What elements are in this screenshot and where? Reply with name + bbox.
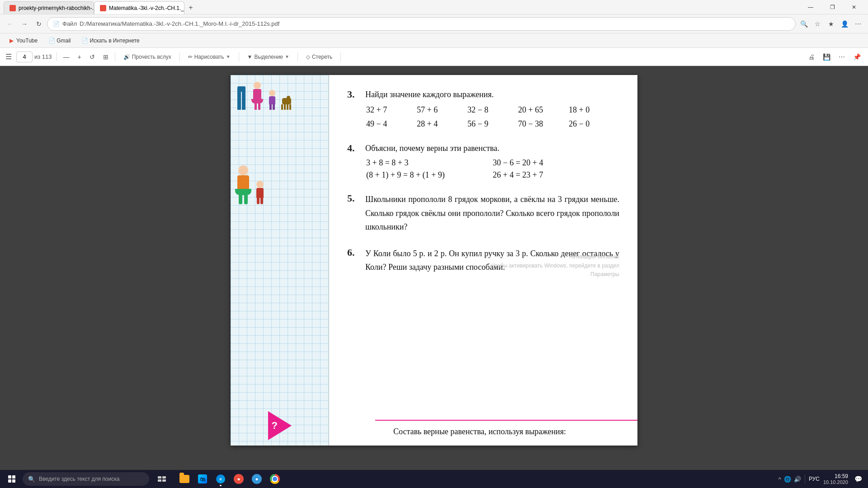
- top-illustration: [237, 82, 291, 110]
- tab-1-favicon: [9, 5, 16, 11]
- separator-3: [179, 52, 180, 61]
- forward-button[interactable]: →: [18, 18, 31, 30]
- math-r1c4: 20 + 65: [518, 104, 569, 116]
- windows-icon: [8, 475, 15, 483]
- highlight-button[interactable]: ▼ Выделение ▼: [244, 51, 293, 63]
- draw-label: Нарисовать: [194, 54, 224, 60]
- gmail-icon: 📄: [48, 38, 55, 44]
- close-button[interactable]: ✕: [844, 0, 864, 14]
- tab-1[interactable]: proekty-primernykh-rabochikh-... ✕: [4, 1, 94, 14]
- maximize-button[interactable]: ❐: [822, 0, 843, 14]
- exercise-4-equations: 3 + 8 = 8 + 3 30 − 6 = 20 + 4 (8 + 1) + …: [366, 158, 619, 180]
- start-button[interactable]: [4, 472, 20, 486]
- draw-button[interactable]: ✏ Нарисовать ▼: [184, 51, 234, 63]
- pdf-text-content: 3. Найди значение каждого выражения. 32 …: [329, 75, 637, 446]
- language-indicator[interactable]: РУС: [809, 476, 820, 482]
- math-r2c4: 70 − 38: [518, 118, 569, 130]
- settings-button[interactable]: ⋯: [852, 18, 864, 30]
- bottom-illustration: [235, 165, 264, 204]
- favorite-star-button[interactable]: ☆: [811, 18, 824, 30]
- tab-2-favicon: [100, 5, 106, 11]
- more-button[interactable]: ⋯: [837, 51, 847, 63]
- circle-app2[interactable]: ●: [249, 471, 265, 487]
- reload-button[interactable]: ↻: [33, 18, 45, 30]
- zoom-search-button[interactable]: 🔍: [797, 18, 810, 30]
- read-aloud-label: Прочесть вслух: [132, 54, 171, 60]
- print-button[interactable]: 🖨: [807, 51, 816, 63]
- clock[interactable]: 16:59 10.10.2020: [823, 473, 848, 485]
- math-r1c5: 18 + 0: [569, 104, 619, 116]
- taskbar: 🔍 Введите здесь текст для поиска 🛍 e ●: [0, 470, 868, 488]
- new-tab-button[interactable]: +: [184, 1, 197, 14]
- separator-5: [297, 52, 298, 61]
- equation-row-1: 3 + 8 = 8 + 3 30 − 6 = 20 + 4: [366, 158, 619, 168]
- taskbar-search[interactable]: 🔍 Введите здесь текст для поиска: [23, 472, 149, 486]
- task-view-icon: [158, 476, 166, 482]
- dog-figure: [281, 98, 291, 110]
- exercise-5-header: 5. Школьники пропололи 8 грядок моркови,…: [347, 192, 619, 234]
- bookmark-youtube-label: YouTube: [16, 38, 38, 44]
- edge-icon: e: [216, 474, 225, 483]
- math-r2c1: 49 − 4: [366, 118, 417, 130]
- bookmark-search[interactable]: 📄 Искать в Интернете: [79, 36, 142, 45]
- content-area: ? 3. Найди значение каждого выражения. 3…: [0, 66, 868, 470]
- bookmark-youtube[interactable]: ▶ YouTube: [5, 36, 40, 45]
- search-web-icon: 📄: [82, 38, 88, 44]
- file-explorer-app[interactable]: [176, 471, 193, 487]
- erase-icon: ◇: [306, 54, 310, 60]
- system-tray: ^ 🌐 🔊 РУС 16:59 10.10.2020 💬: [778, 473, 864, 485]
- page-input[interactable]: [16, 52, 33, 62]
- profile-button[interactable]: 👤: [838, 18, 851, 30]
- chrome-app[interactable]: [267, 471, 283, 487]
- task-view-button[interactable]: [154, 471, 170, 487]
- math-r1c3: 32 − 8: [467, 104, 518, 116]
- exercise-6-number: 6.: [347, 247, 360, 258]
- navigation-bar: ← → ↻ 📄 Файл D:/Математика/Matematika.-3…: [0, 14, 868, 33]
- tab-2[interactable]: Matematika.-3kl.-v-2ch.-CH.1._M... ✕: [94, 1, 184, 14]
- bookmark-gmail-label: Gmail: [57, 38, 71, 44]
- pdf-page: ? 3. Найди значение каждого выражения. 3…: [231, 75, 637, 446]
- exercise-4-header: 4. Объясни, почему верны эти равенства.: [347, 142, 619, 155]
- address-bar[interactable]: 📄 Файл D:/Математика/Matematika.-3kl.-v-…: [47, 17, 796, 31]
- minimize-button[interactable]: —: [800, 0, 821, 14]
- pdf-illustration: ?: [231, 75, 329, 446]
- zoom-out-button[interactable]: —: [61, 51, 71, 63]
- save-button[interactable]: 💾: [821, 51, 832, 63]
- youtube-icon: ▶: [8, 38, 14, 44]
- edge-app[interactable]: e: [212, 471, 229, 487]
- volume-icon[interactable]: 🔊: [794, 476, 801, 483]
- network-icon[interactable]: 🌐: [784, 476, 791, 483]
- erase-button[interactable]: ◇ Стереть: [302, 51, 336, 63]
- zoom-in-button[interactable]: +: [76, 51, 83, 63]
- page-view-button[interactable]: ⊞: [101, 51, 110, 63]
- notification-button[interactable]: 💬: [852, 473, 864, 485]
- circle-app1[interactable]: ●: [231, 471, 247, 487]
- tab-1-label: proekty-primernykh-rabochikh-...: [19, 5, 94, 11]
- rotate-button[interactable]: ↺: [88, 51, 97, 63]
- back-button[interactable]: ←: [4, 18, 16, 30]
- pink-divider: [375, 420, 637, 421]
- store-icon: 🛍: [198, 474, 207, 483]
- equation-row-2: (8 + 1) + 9 = 8 + (1 + 9) 26 + 4 = 23 + …: [366, 170, 619, 180]
- eq-right-2: 26 + 4 = 23 + 7: [493, 170, 619, 180]
- pin-button[interactable]: 📌: [851, 51, 863, 63]
- bookmark-gmail[interactable]: 📄 Gmail: [46, 36, 73, 45]
- read-aloud-button[interactable]: 🔊 Прочесть вслух: [120, 51, 175, 63]
- protocol-label: Файл: [62, 20, 77, 27]
- favorites-button[interactable]: ★: [825, 18, 837, 30]
- exercise-3-header: 3. Найди значение каждого выражения.: [347, 89, 619, 101]
- store-app[interactable]: 🛍: [194, 471, 211, 487]
- page-total: из 113: [34, 53, 52, 60]
- pdf-menu-icon[interactable]: ☰: [5, 52, 12, 61]
- url-display: D:/Математика/Matematika.-3kl.-v-2ch.-CH…: [80, 20, 279, 27]
- eq-right-1: 30 − 6 = 20 + 4: [493, 158, 619, 168]
- activation-line2: Чтобы активировать Windows, перейдите в …: [491, 262, 619, 270]
- highlight-icon: ▼: [247, 54, 253, 60]
- exercise-6: 6. У Коли было 5 р. и 2 р. Он купил ручк…: [347, 247, 619, 274]
- exercise-4-title: Объясни, почему верны эти равенства.: [365, 142, 500, 155]
- math-r1c2: 57 + 6: [417, 104, 467, 116]
- center-girl-figure: [235, 165, 251, 204]
- page-navigation: из 113: [16, 52, 52, 62]
- exercise-5: 5. Школьники пропололи 8 грядок моркови,…: [347, 192, 619, 234]
- tray-up-arrow[interactable]: ^: [778, 476, 781, 483]
